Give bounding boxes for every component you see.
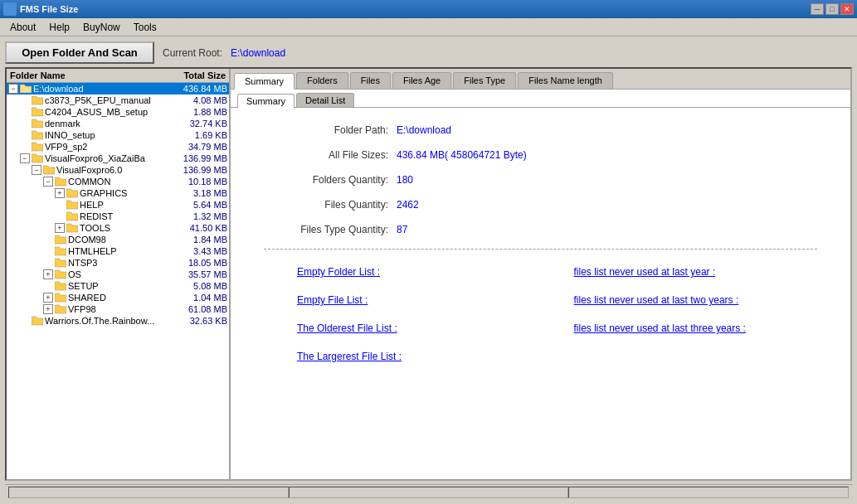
empty-folder-list-link[interactable]: Empty Folder List :	[297, 266, 508, 278]
tree-item-name: denmark	[45, 119, 161, 128]
tree-item-size: 1.69 KB	[161, 130, 227, 140]
app-icon	[3, 2, 17, 16]
menu-tools[interactable]: Tools	[127, 20, 163, 35]
tree-item[interactable]: SETUP5.08 MB	[7, 280, 229, 292]
all-file-sizes-value: 436.84 MB( 458064721 Byte)	[397, 149, 527, 161]
tree-item-size: 1.04 MB	[161, 293, 227, 303]
tree-item-size: 3.43 MB	[161, 246, 227, 256]
tree-item[interactable]: Warriors.Of.The.Rainbow...32.63 KB	[7, 315, 229, 327]
tree-item-name: VisualFoxpro6.0	[56, 165, 161, 175]
tree-item[interactable]: VFP9_sp234.79 MB	[7, 141, 229, 153]
olderest-file-list-link[interactable]: The Olderest File List :	[297, 322, 508, 334]
tree-item[interactable]: denmark32.74 KB	[7, 118, 229, 129]
tree-item-name: VFP9_sp2	[45, 142, 161, 152]
tree-item[interactable]: + OS35.57 MB	[7, 269, 229, 280]
collapse-icon[interactable]: −	[43, 177, 53, 187]
current-root-label: Current Root:	[163, 47, 222, 59]
expand-icon[interactable]: +	[43, 304, 53, 314]
tree-item[interactable]: DCOM981.84 MB	[7, 234, 229, 245]
menu-buynow[interactable]: BuyNow	[76, 20, 127, 35]
all-file-sizes-label: All File Sizes:	[264, 149, 397, 161]
tree-item-size: 32.74 KB	[161, 119, 227, 128]
close-button[interactable]: ✕	[840, 3, 854, 15]
title-buttons: ─ □ ✕	[811, 3, 854, 15]
files-quantity-row: Files Quantity: 2462	[264, 199, 817, 211]
files-never-last-three-years-link[interactable]: files list never used at last three year…	[574, 322, 785, 334]
collapse-icon[interactable]: −	[8, 84, 18, 94]
folders-quantity-label: Folders Quantity:	[264, 174, 397, 186]
summary-content: Folder Path: E:\download All File Sizes:…	[231, 108, 850, 479]
tree-item[interactable]: − COMMON10.18 MB	[7, 176, 229, 187]
main-window: Open Folder And Scan Current Root: E:\do…	[0, 36, 857, 504]
tree-item-size: 136.99 MB	[161, 165, 227, 175]
tree-container: − E:\download436.84 MB c3873_P5K_EPU_man…	[7, 83, 229, 327]
tree-item[interactable]: + VFP9861.08 MB	[7, 303, 229, 315]
tree-item-name: VisualFoxpro6_XiaZaiBa	[45, 153, 161, 163]
tree-item-size: 136.99 MB	[161, 153, 227, 163]
menu-help[interactable]: Help	[42, 20, 76, 35]
files-type-quantity-row: Files Type Quantity: 87	[264, 224, 817, 235]
tree-col-folder-name: Folder Name	[10, 70, 159, 80]
open-folder-button[interactable]: Open Folder And Scan	[5, 41, 154, 64]
status-bar	[5, 484, 852, 499]
tree-item-name: E:\download	[33, 84, 161, 94]
tab-files-age[interactable]: Files Age	[392, 72, 451, 89]
tree-item[interactable]: − VisualFoxpro6_XiaZaiBa136.99 MB	[7, 153, 229, 164]
tree-item-size: 18.05 MB	[161, 258, 227, 268]
tree-col-total-size: Total Size	[159, 70, 226, 80]
tree-item[interactable]: − E:\download436.84 MB	[7, 83, 229, 94]
tree-item[interactable]: INNO_setup1.69 KB	[7, 129, 229, 141]
links-grid: Empty Folder List : files list never use…	[264, 266, 817, 362]
tree-item[interactable]: c3873_P5K_EPU_manual4.08 MB	[7, 94, 229, 106]
files-never-last-two-years-link[interactable]: files list never used at last two years …	[574, 294, 785, 306]
minimize-button[interactable]: ─	[811, 3, 824, 15]
collapse-icon[interactable]: −	[20, 153, 30, 163]
files-quantity-value: 2462	[397, 199, 419, 211]
largerest-file-list-link[interactable]: The Largerest File List :	[297, 351, 508, 362]
expand-icon[interactable]: +	[55, 188, 65, 198]
tree-item[interactable]: C4204_ASUS_MB_setup1.88 MB	[7, 106, 229, 118]
tree-item[interactable]: HELP5.64 MB	[7, 199, 229, 211]
tree-item-name: VFP98	[68, 304, 161, 314]
files-quantity-label: Files Quantity:	[264, 199, 397, 211]
tree-item-name: SETUP	[68, 281, 161, 291]
tree-item-size: 1.84 MB	[161, 235, 227, 245]
tree-item[interactable]: + SHARED1.04 MB	[7, 292, 229, 303]
tab-files-type[interactable]: Files Type	[453, 72, 516, 89]
tree-item-size: 32.63 KB	[161, 316, 227, 326]
expand-icon[interactable]: +	[43, 269, 53, 279]
tab-summary[interactable]: Summary	[234, 73, 295, 90]
files-type-quantity-label: Files Type Quantity:	[264, 224, 397, 235]
tree-item-size: 41.50 KB	[161, 223, 227, 233]
tree-item-size: 4.08 MB	[161, 95, 227, 105]
maximize-button[interactable]: □	[825, 3, 839, 15]
menu-about[interactable]: About	[3, 20, 42, 35]
tab-folders[interactable]: Folders	[296, 72, 348, 89]
tree-item[interactable]: HTMLHELP3.43 MB	[7, 245, 229, 257]
files-never-last-year-link[interactable]: files list never used at last year :	[574, 266, 785, 278]
current-root-value: E:\download	[231, 47, 285, 59]
tree-item-size: 1.32 MB	[161, 211, 227, 221]
status-segment-1	[8, 487, 289, 498]
folder-path-label: Folder Path:	[264, 124, 397, 136]
tree-item[interactable]: + TOOLS41.50 KB	[7, 222, 229, 234]
tab2-summary[interactable]: Summary	[237, 94, 295, 108]
toolbar-row: Open Folder And Scan Current Root: E:\do…	[5, 41, 852, 64]
empty-file-list-link[interactable]: Empty File List :	[297, 294, 508, 306]
tree-item[interactable]: − VisualFoxpro6.0136.99 MB	[7, 164, 229, 176]
tab-files[interactable]: Files	[350, 72, 391, 89]
status-segment-3	[568, 487, 849, 498]
files-type-quantity-value: 87	[397, 224, 407, 235]
tree-item[interactable]: NTSP318.05 MB	[7, 257, 229, 269]
tree-item-name: c3873_P5K_EPU_manual	[45, 95, 161, 105]
tab-files-name-length[interactable]: Files Name length	[518, 72, 613, 89]
expand-icon[interactable]: +	[55, 223, 65, 233]
tabs-row1: Summary Folders Files Files Age Files Ty…	[231, 69, 850, 89]
tree-item-size: 5.08 MB	[161, 281, 227, 291]
expand-icon[interactable]: +	[43, 293, 53, 303]
tree-item[interactable]: REDIST1.32 MB	[7, 211, 229, 222]
tab2-detail-list[interactable]: Detail List	[296, 93, 354, 107]
tree-item-name: INNO_setup	[45, 130, 161, 140]
collapse-icon[interactable]: −	[32, 165, 41, 175]
tree-item[interactable]: + GRAPHICS3.18 MB	[7, 187, 229, 199]
